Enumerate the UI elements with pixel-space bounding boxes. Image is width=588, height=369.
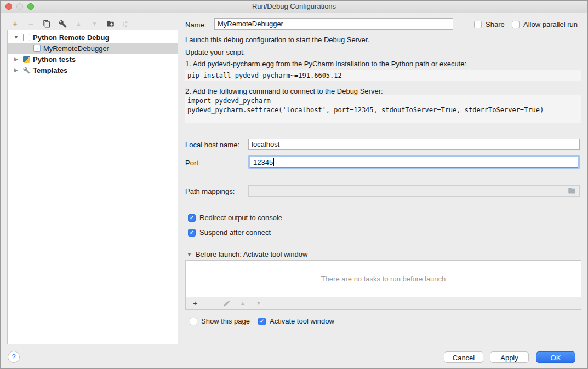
allow-parallel-run-option: ✓ Allow parallel run [512, 20, 578, 28]
minimize-window-button[interactable] [16, 3, 23, 10]
tree-item-templates[interactable]: ▶ Templates [8, 65, 178, 76]
tree-item-python-remote-debug[interactable]: ▼ → Python Remote Debug [8, 32, 178, 43]
section-divider [311, 255, 580, 255]
remove-configuration-button[interactable]: − [26, 19, 36, 28]
step2-text: 2. Add the following command to connect … [185, 87, 383, 95]
move-up-button[interactable]: ▲ [74, 19, 83, 28]
show-this-page-option: ✓ Show this page [190, 317, 250, 325]
redirect-output-option: ✓ Redirect output to console [188, 214, 282, 222]
empty-task-list-text: There are no tasks to run before launch [321, 275, 446, 283]
suspend-after-connect-checkbox[interactable]: ✓ [188, 229, 196, 237]
move-task-down-button[interactable]: ▼ [254, 299, 263, 308]
activate-tool-window-label: Activate tool window [270, 317, 334, 325]
tree-item-python-tests[interactable]: ▶ Python tests [8, 54, 178, 65]
local-host-name-input[interactable] [248, 139, 580, 150]
configurations-toolbar: + − ▲ ▼ ↓ az [10, 19, 127, 28]
local-host-name-label: Local host name: [185, 141, 239, 149]
add-configuration-button[interactable]: + [10, 19, 20, 28]
port-label: Port: [185, 159, 200, 167]
launch-instruction-text: Launch this debug configuration to start… [185, 36, 369, 44]
remote-debug-icon: → [22, 33, 30, 41]
suspend-after-connect-option: ✓ Suspend after connect [188, 228, 271, 237]
edit-task-pencil-icon[interactable] [222, 299, 231, 308]
redirect-output-label: Redirect output to console [199, 214, 282, 222]
name-input[interactable] [214, 18, 453, 30]
show-this-page-checkbox[interactable]: ✓ [190, 318, 197, 325]
settrace-code: import pydevd_pycharmpydevd_pycharm.sett… [185, 95, 581, 123]
update-script-text: Update your script: [185, 48, 245, 56]
chevron-right-icon[interactable]: ▶ [13, 56, 20, 62]
redirect-output-checkbox[interactable]: ✓ [188, 214, 196, 222]
allow-parallel-run-label: Allow parallel run [523, 20, 578, 28]
remove-task-button[interactable]: − [207, 299, 215, 308]
close-window-button[interactable] [5, 3, 12, 10]
name-label: Name: [185, 21, 206, 29]
activate-tool-window-option: ✓ Activate tool window [258, 317, 334, 325]
path-mappings-label: Path mappings: [185, 187, 235, 195]
window-title: Run/Debug Configurations [1, 1, 587, 13]
allow-parallel-run-checkbox[interactable]: ✓ [512, 21, 520, 28]
help-button[interactable]: ? [8, 351, 20, 363]
create-folder-icon[interactable] [106, 19, 115, 28]
wrench-icon [22, 66, 30, 74]
add-task-button[interactable]: + [191, 299, 199, 308]
port-value: 12345 [253, 158, 273, 166]
sort-configurations-icon[interactable]: ↓ az [122, 20, 127, 28]
before-launch-title: Before launch: Activate tool window [196, 250, 308, 258]
copy-configuration-icon[interactable] [42, 19, 52, 28]
remote-debug-icon: → [33, 44, 41, 52]
before-launch-task-list[interactable]: There are no tasks to run before launch [185, 260, 581, 297]
cancel-button[interactable]: Cancel [444, 351, 483, 363]
show-this-page-label: Show this page [201, 317, 250, 325]
move-down-button[interactable]: ▼ [90, 19, 99, 28]
share-checkbox[interactable]: ✓ [474, 21, 482, 28]
move-task-up-button[interactable]: ▲ [238, 299, 247, 308]
path-mappings-input[interactable] [248, 185, 580, 197]
text-caret [273, 158, 274, 166]
configurations-tree: ▼ → Python Remote Debug → MyRemoteDebugg… [7, 30, 178, 344]
chevron-right-icon[interactable]: ▶ [13, 67, 20, 73]
apply-button[interactable]: Apply [490, 351, 529, 363]
edit-defaults-wrench-icon[interactable] [58, 19, 67, 28]
chevron-down-icon[interactable]: ▼ [13, 34, 20, 40]
tree-item-myremotedebugger[interactable]: → MyRemoteDebugger [8, 43, 178, 54]
titlebar[interactable]: Run/Debug Configurations [1, 1, 587, 13]
ok-button[interactable]: OK [536, 351, 575, 363]
traffic-lights [5, 3, 34, 10]
zoom-window-button[interactable] [27, 3, 34, 10]
share-option: ✓ Share [474, 20, 505, 28]
run-debug-configurations-dialog: Run/Debug Configurations + − ▲ ▼ ↓ az ▼ … [0, 0, 588, 369]
before-launch-section-header[interactable]: ▼ Before launch: Activate tool window [187, 250, 580, 258]
suspend-after-connect-label: Suspend after connect [199, 228, 271, 237]
python-icon [22, 55, 30, 63]
browse-folder-icon[interactable] [568, 187, 576, 195]
pip-install-code: pip install pydevd-pycharm~=191.6605.12 [185, 70, 581, 81]
activate-tool-window-checkbox[interactable]: ✓ [258, 318, 266, 325]
chevron-down-icon[interactable]: ▼ [187, 252, 192, 257]
port-input[interactable]: 12345 [248, 155, 580, 169]
step1-text: 1. Add pydevd-pycharm.egg from the PyCha… [185, 60, 466, 68]
share-label: Share [486, 20, 505, 28]
task-list-toolbar: + − ▲ ▼ [185, 297, 581, 310]
